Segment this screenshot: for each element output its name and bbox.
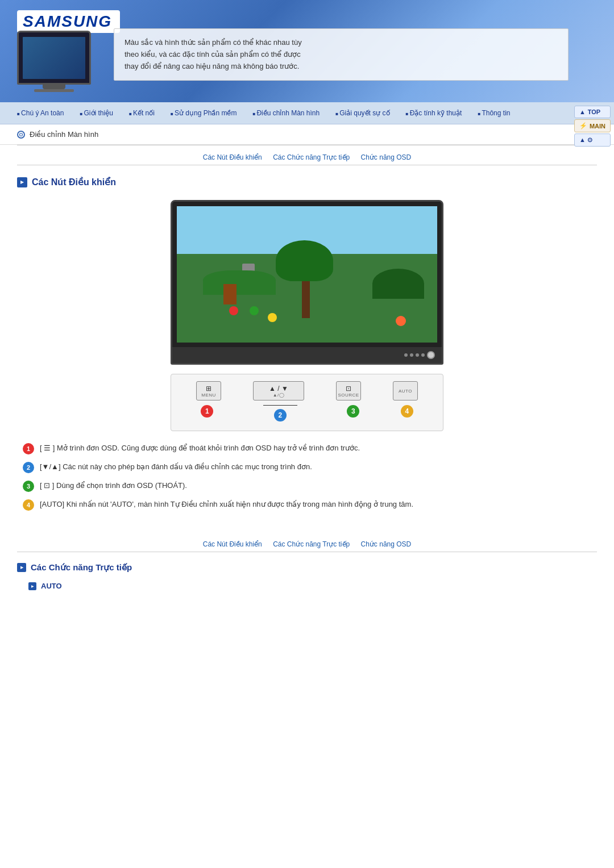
bottom-tab-controls[interactable]: Các Nút Điều khiển [203, 540, 262, 548]
btn-updown[interactable]: ▲ / ▼ ▲/◯ [253, 381, 304, 400]
monitor-frame [171, 200, 443, 365]
nav-item-software[interactable]: Sử dụng Phần mềm [171, 107, 252, 119]
tab-navigation: Các Nút Điều khiển Các Chức năng Trực ti… [17, 145, 597, 165]
btn-menu-item: ⊞ MENU [196, 381, 221, 400]
button-diagram: ⊞ MENU ▲ / ▼ ▲/◯ ⊡ SOURCE [0, 365, 614, 431]
main-button[interactable]: ⚡ MAIN [574, 119, 611, 132]
section2-heading: Các Chức năng Trực tiếp [0, 552, 614, 578]
side-nav: ▲ TOP ⚡ MAIN ▲ ⊙ [571, 102, 614, 150]
instr-item-1: 1 [ ☰ ] Mở trình đơn OSD. Cũng được dùng… [23, 443, 591, 454]
section1-icon [17, 177, 27, 187]
nav-item-intro[interactable]: Giới thiệu [80, 107, 128, 119]
nav-bar: Chú ý An toàn Giới thiệu Kết nối Sử dụng… [0, 102, 614, 124]
instr-text-4: [AUTO] Khi nhấn nút 'AUTO', màn hình Tự … [40, 499, 413, 510]
breadcrumb-text: Điều chỉnh Màn hình [30, 130, 98, 139]
instr-badge-1: 1 [23, 443, 34, 454]
btn-source[interactable]: ⊡ SOURCE [336, 381, 361, 400]
arrow-up-icon: ▲ [579, 108, 586, 115]
monitor-thumbnail [17, 31, 91, 92]
nav-item-safety[interactable]: Chú ý An toàn [17, 107, 80, 119]
ctrl-dot-1 [404, 353, 408, 357]
instr-text-2: [▼/▲] Các nút này cho phép bạn đánh dấu … [40, 461, 312, 473]
menu-grid-icon: ⊞ [206, 385, 211, 393]
instr-badge-3: 3 [23, 481, 34, 492]
badge-1: 1 [201, 405, 213, 418]
badge-3: 3 [347, 405, 359, 418]
cd-icon: ▲ ⊙ [579, 136, 592, 144]
instr-item-2: 2 [▼/▲] Các nút này cho phép bạn đánh dấ… [23, 461, 591, 473]
tab-osd[interactable]: Chức năng OSD [361, 153, 412, 161]
tab-controls[interactable]: Các Nút Điều khiển [203, 153, 262, 161]
nav-item-troubleshoot[interactable]: Giải quyết sự cố [335, 107, 405, 119]
source-icon: ⊡ [346, 385, 351, 393]
ctrl-dot-2 [410, 353, 413, 357]
top-button[interactable]: ▲ TOP [574, 106, 611, 118]
nav-item-info[interactable]: Thông tin [478, 107, 526, 119]
btn-auto-item: AUTO [393, 381, 418, 400]
section1-heading: Các Nút Điều khiển [0, 165, 614, 194]
auto-sub-icon [28, 582, 36, 590]
breadcrumb-icon: O [17, 131, 25, 139]
btn-diagram-inner: ⊞ MENU ▲ / ▼ ▲/◯ ⊡ SOURCE [171, 374, 443, 431]
cd-button[interactable]: ▲ ⊙ [574, 133, 611, 147]
banner-notice: Màu sắc và hình thức sản phẩm có thể khá… [114, 28, 569, 81]
garden-image [177, 206, 437, 343]
btn-menu[interactable]: ⊞ MENU [196, 381, 221, 400]
bottom-tab-navigation: Các Nút Điều khiển Các Chức năng Trực ti… [17, 529, 597, 552]
power-button[interactable] [427, 351, 435, 359]
instr-text-3: [ ⊡ ] Dùng để chọn trình đơn OSD (THOÁT)… [40, 480, 187, 491]
updown-icon: ▲ / ▼ [269, 385, 288, 393]
auto-subsection: AUTO [0, 578, 614, 602]
auto-label: AUTO [41, 582, 62, 590]
instr-item-4: 4 [AUTO] Khi nhấn nút 'AUTO', màn hình T… [23, 499, 591, 511]
btn-updown-item: ▲ / ▼ ▲/◯ [253, 381, 304, 400]
breadcrumb: O Điều chỉnh Màn hình [0, 124, 614, 145]
instructions-list: 1 [ ☰ ] Mở trình đơn OSD. Cũng được dùng… [0, 431, 614, 529]
instr-text-1: [ ☰ ] Mở trình đơn OSD. Cũng được dùng đ… [40, 443, 360, 454]
badge-4: 4 [401, 405, 413, 418]
header-banner: SAMSUNG Màu sắc và hình thức sản phẩm có… [0, 0, 614, 102]
bottom-tab-direct[interactable]: Các Chức năng Trực tiếp [273, 540, 350, 548]
samsung-logo: SAMSUNG [17, 10, 120, 33]
instr-badge-2: 2 [23, 462, 34, 473]
btn-row: ⊞ MENU ▲ / ▼ ▲/◯ ⊡ SOURCE [180, 381, 434, 400]
nav-item-adjust[interactable]: Điều chỉnh Màn hình [252, 107, 335, 119]
section2-title: Các Chức năng Trực tiếp [31, 562, 132, 573]
bottom-tab-osd[interactable]: Chức năng OSD [361, 540, 412, 548]
tab-direct[interactable]: Các Chức năng Trực tiếp [273, 153, 350, 161]
monitor-bezel [172, 202, 442, 347]
btn-source-item: ⊡ SOURCE [336, 381, 361, 400]
nav-item-specs[interactable]: Đặc tính kỹ thuật [406, 107, 478, 119]
monitor-controls-strip [172, 347, 442, 363]
ctrl-dot-4 [421, 353, 425, 357]
btn-auto[interactable]: AUTO [393, 381, 418, 400]
section2-icon [17, 563, 26, 572]
badge-2: 2 [274, 409, 287, 422]
section1-title: Các Nút Điều khiển [32, 177, 116, 187]
plug-icon: ⚡ [579, 122, 587, 130]
nav-section: Chú ý An toàn Giới thiệu Kết nối Sử dụng… [0, 102, 614, 124]
monitor-display [0, 194, 614, 365]
instr-badge-4: 4 [23, 499, 34, 511]
instr-item-3: 3 [ ⊡ ] Dùng để chọn trình đơn OSD (THOÁ… [23, 480, 591, 492]
nav-item-connect[interactable]: Kết nối [129, 107, 171, 119]
ctrl-dot-3 [416, 353, 419, 357]
